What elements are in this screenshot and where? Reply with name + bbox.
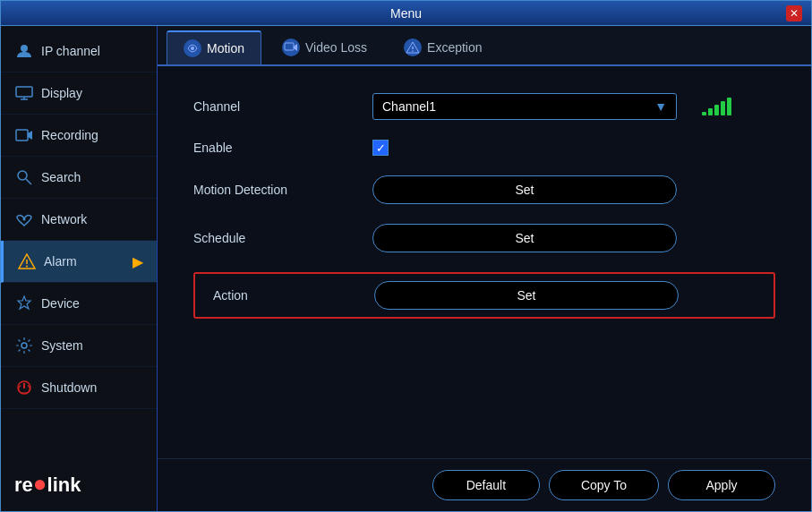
close-button[interactable]: ✕ [786, 5, 802, 21]
sidebar-item-label: Shutdown [41, 380, 97, 395]
channel-control: Channel1 ▼ [372, 93, 677, 120]
motion-detection-row: Motion Detection Set [193, 175, 775, 204]
enable-checkbox[interactable]: ✓ [372, 140, 389, 156]
exception-tab-icon [404, 38, 422, 56]
sidebar-item-shutdown[interactable]: Shutdown [1, 367, 157, 409]
logo-text-re: re [14, 474, 33, 496]
video-loss-tab-icon [282, 38, 300, 56]
display-icon [14, 83, 34, 103]
action-control: Set [374, 281, 679, 310]
ip-channel-icon [14, 41, 34, 61]
signal-bar-2 [708, 108, 713, 115]
svg-point-12 [191, 47, 194, 50]
sidebar-item-ip-channel[interactable]: IP channel [1, 30, 157, 73]
svg-rect-1 [16, 87, 32, 97]
schedule-control: Set [372, 224, 677, 252]
signal-bar-4 [721, 101, 725, 115]
sidebar-item-device[interactable]: Device [1, 283, 157, 325]
tab-exception-label: Exception [427, 40, 482, 55]
network-icon [14, 209, 34, 229]
svg-rect-2 [16, 130, 28, 141]
sidebar-item-label: IP channel [41, 44, 100, 58]
motion-tab-icon [184, 39, 201, 57]
tab-video-loss-label: Video Loss [305, 40, 367, 55]
svg-point-6 [23, 218, 26, 221]
signal-bar-1 [702, 112, 706, 115]
tab-motion-label: Motion [207, 41, 244, 55]
enable-row: Enable ✓ [193, 140, 775, 156]
svg-point-0 [21, 45, 28, 52]
schedule-set-button[interactable]: Set [372, 224, 677, 252]
sidebar-item-label: Search [41, 170, 81, 184]
content-area: IP channel Display Recording Search [1, 26, 811, 511]
tab-exception[interactable]: Exception [388, 30, 498, 64]
motion-detection-control: Set [372, 175, 677, 204]
channel-select[interactable]: Channel1 ▼ [372, 93, 677, 120]
motion-detection-set-button[interactable]: Set [372, 175, 677, 204]
search-icon [14, 167, 34, 187]
system-icon [14, 336, 34, 355]
sidebar-item-recording[interactable]: Recording [1, 115, 157, 157]
tab-bar: Motion Video Loss Exception [158, 26, 811, 66]
form-area: Channel Channel1 ▼ [158, 66, 811, 458]
logo-text-link: link [47, 474, 81, 496]
bottom-bar: Default Copy To Apply [158, 458, 811, 511]
sidebar-item-display[interactable]: Display [1, 73, 157, 115]
action-row: Action Set [193, 272, 775, 319]
sidebar-item-label: Device [41, 296, 80, 311]
default-button[interactable]: Default [432, 470, 540, 500]
apply-button[interactable]: Apply [668, 470, 775, 500]
main-panel: Motion Video Loss Exception [158, 26, 811, 511]
sidebar-item-search[interactable]: Search [1, 157, 157, 199]
tab-motion[interactable]: Motion [167, 30, 261, 64]
tab-video-loss[interactable]: Video Loss [266, 30, 383, 64]
channel-value: Channel1 [382, 99, 436, 114]
sidebar-item-alarm[interactable]: Alarm ▶ [1, 241, 157, 283]
sidebar-item-label: Recording [41, 128, 98, 142]
svg-point-10 [21, 343, 27, 348]
dropdown-icon: ▼ [654, 99, 667, 114]
sidebar-item-label: Alarm [44, 254, 77, 269]
recording-icon [14, 125, 34, 145]
device-icon [14, 294, 34, 313]
enable-checkbox-container: ✓ [372, 140, 389, 156]
svg-line-5 [26, 179, 31, 184]
channel-label: Channel [193, 99, 355, 114]
svg-marker-14 [294, 44, 297, 51]
checkmark-icon: ✓ [376, 141, 386, 155]
window-title: Menu [26, 6, 786, 21]
svg-rect-13 [285, 43, 294, 50]
sidebar-arrow-icon: ▶ [132, 253, 143, 270]
signal-bar-5 [727, 98, 731, 115]
sidebar-item-network[interactable]: Network [1, 199, 157, 241]
signal-bars [702, 98, 731, 115]
sidebar-item-label: Network [41, 212, 87, 226]
logo-dot: ● [33, 470, 47, 497]
enable-label: Enable [193, 141, 355, 155]
action-label: Action [195, 288, 356, 303]
title-bar: Menu ✕ [1, 1, 811, 26]
alarm-icon [17, 252, 37, 271]
svg-point-17 [412, 50, 414, 52]
reolink-logo: re●link [1, 457, 157, 511]
svg-point-9 [26, 266, 28, 268]
shutdown-icon [14, 378, 34, 397]
schedule-label: Schedule [193, 231, 355, 245]
main-window: Menu ✕ IP channel Display Reco [0, 0, 812, 512]
action-set-button[interactable]: Set [374, 281, 679, 310]
channel-row: Channel Channel1 ▼ [193, 93, 775, 120]
motion-detection-label: Motion Detection [193, 183, 355, 197]
signal-bar-3 [714, 105, 719, 115]
sidebar-item-label: System [41, 338, 83, 353]
svg-point-4 [18, 171, 27, 180]
sidebar-item-system[interactable]: System [1, 325, 157, 367]
sidebar-item-label: Display [41, 86, 82, 100]
sidebar: IP channel Display Recording Search [1, 26, 158, 511]
schedule-row: Schedule Set [193, 224, 775, 252]
copy-to-button[interactable]: Copy To [549, 470, 659, 500]
